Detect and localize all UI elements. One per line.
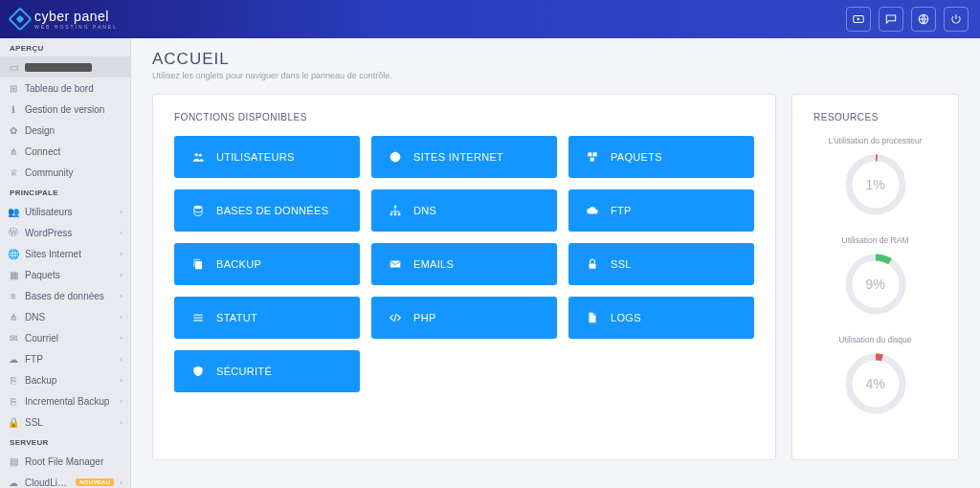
sidebar-item-icon: ⎘ — [8, 374, 19, 386]
sidebar-item[interactable]: 🌐Sites Internet› — [0, 243, 130, 264]
sidebar-item-icon: ▤ — [8, 455, 19, 467]
function-tile[interactable]: EMAILS — [371, 243, 557, 285]
sidebar-item[interactable]: ☁CloudLinuxNOUVEAU› — [0, 472, 130, 488]
sidebar-item[interactable]: 🔒SSL› — [0, 411, 130, 433]
sidebar-item-label: Community — [25, 167, 122, 178]
brand-mark-icon — [8, 7, 32, 31]
resource-gauge: L'utilisation du processeur1% — [813, 136, 937, 218]
resource-donut: 9% — [842, 251, 909, 318]
sidebar-item[interactable]: ⎘Incremental Backup› — [0, 390, 130, 411]
youtube-icon[interactable] — [846, 7, 871, 32]
function-tile-label: BASES DE DONNÉES — [216, 205, 328, 216]
sidebar-item[interactable]: ♕Community — [0, 162, 130, 183]
chevron-right-icon: › — [120, 334, 122, 343]
page-title: ACCUEIL — [152, 50, 959, 69]
resource-label: Utilisation du disque — [813, 335, 937, 344]
brand-tagline: WEB HOSTING PANEL — [34, 25, 118, 30]
sidebar-item[interactable]: ⋔DNS› — [0, 306, 130, 327]
code-icon — [389, 311, 402, 324]
sidebar-item[interactable]: ⋔Connect — [0, 141, 130, 162]
function-tile[interactable]: SÉCURITÉ — [174, 350, 360, 392]
resource-percent: 4% — [842, 350, 909, 417]
resources-panel: RESOURCES L'utilisation du processeur1%U… — [791, 94, 959, 460]
function-tile-label: SÉCURITÉ — [216, 366, 272, 377]
svg-rect-14 — [390, 261, 401, 268]
sidebar-item[interactable]: ⎘Backup› — [0, 369, 130, 390]
sidebar-item[interactable]: ▭ — [0, 56, 130, 78]
sidebar-item[interactable]: ℹGestion de version — [0, 99, 130, 120]
svg-point-8 — [194, 206, 202, 210]
sidebar-item[interactable]: ⓌWordPress› — [0, 222, 130, 243]
sidebar-item-icon: ≡ — [8, 290, 19, 301]
function-tile[interactable]: PHP — [371, 297, 557, 339]
sidebar-section-heading: PRINCIPALE — [0, 183, 130, 201]
brand-logo[interactable]: cyber panel WEB HOSTING PANEL — [11, 10, 118, 30]
svg-rect-10 — [390, 213, 392, 215]
svg-rect-9 — [394, 206, 396, 208]
function-tile-label: SITES INTERNET — [413, 151, 503, 163]
sidebar-item-badge: NOUVEAU — [76, 478, 114, 486]
svg-rect-16 — [193, 315, 202, 316]
bars-icon — [191, 311, 205, 324]
sidebar-item-icon: ⎘ — [8, 395, 19, 407]
chevron-right-icon: › — [120, 376, 122, 385]
database-icon — [191, 204, 205, 217]
svg-rect-7 — [590, 158, 594, 162]
svg-rect-12 — [398, 213, 400, 215]
topbar-actions — [846, 7, 969, 32]
function-tile[interactable]: PAQUETS — [568, 136, 754, 178]
function-tile-label: UTILISATEURS — [216, 151, 295, 163]
function-tile-label: EMAILS — [413, 258, 454, 270]
file-icon — [586, 311, 599, 324]
mail-icon — [389, 257, 402, 271]
power-icon[interactable] — [944, 7, 969, 32]
sidebar-item[interactable]: ▤Root File Manager — [0, 451, 130, 472]
sidebar-item-label: Utilisateurs — [25, 207, 114, 217]
sidebar-item-icon: 🔒 — [8, 416, 19, 428]
sidebar-item-label: Tableau de bord — [25, 83, 122, 94]
sidebar-item-label: Connect — [25, 146, 122, 157]
sidebar-item-icon: Ⓦ — [8, 227, 19, 238]
function-tile[interactable]: BASES DE DONNÉES — [174, 189, 360, 232]
svg-rect-11 — [394, 213, 396, 215]
function-tile[interactable]: LOGS — [568, 297, 754, 339]
sidebar-item-label: Gestion de version — [25, 104, 122, 115]
brand-name-wrap: cyber panel WEB HOSTING PANEL — [34, 10, 118, 30]
function-tile[interactable]: DNS — [371, 189, 557, 232]
function-tile[interactable]: SITES INTERNET — [371, 136, 557, 178]
chevron-right-icon: › — [120, 271, 122, 279]
chevron-right-icon: › — [120, 250, 122, 258]
function-tile-label: PAQUETS — [611, 151, 662, 163]
boxes-icon — [586, 150, 599, 164]
globe-icon[interactable] — [911, 7, 936, 32]
function-tile[interactable]: BACKUP — [174, 243, 360, 285]
chevron-right-icon: › — [120, 292, 122, 300]
svg-point-2 — [195, 153, 199, 157]
sidebar-item[interactable]: ✿Design — [0, 120, 130, 141]
function-tile[interactable]: STATUT — [174, 297, 360, 339]
svg-rect-6 — [593, 152, 597, 156]
function-tile-label: FTP — [611, 205, 632, 216]
sidebar-item-label: FTP — [25, 354, 114, 365]
function-tile[interactable]: SSL — [568, 243, 754, 285]
chevron-right-icon: › — [120, 313, 122, 322]
sidebar-item[interactable]: ✉Courriel› — [0, 327, 130, 348]
sidebar-item[interactable]: ☁FTP› — [0, 348, 130, 369]
sidebar-item[interactable]: ≡Bases de données› — [0, 285, 130, 306]
function-tile[interactable]: UTILISATEURS — [174, 136, 360, 178]
function-tile[interactable]: FTP — [568, 189, 754, 232]
sidebar-item-icon: ℹ — [8, 103, 19, 115]
sidebar-item[interactable]: 👥Utilisateurs› — [0, 201, 130, 222]
sidebar-item-icon: ☁ — [8, 353, 19, 365]
sidebar-item[interactable]: ▦Paquets› — [0, 264, 130, 285]
chat-icon[interactable] — [879, 7, 903, 32]
resources-list: L'utilisation du processeur1%Utilisation… — [813, 136, 937, 417]
sidebar-item-label: Bases de données — [25, 291, 114, 301]
resource-percent: 9% — [842, 251, 909, 318]
sidebar-item[interactable]: ⊞Tableau de bord — [0, 78, 130, 99]
chevron-right-icon: › — [120, 208, 122, 216]
svg-rect-18 — [193, 320, 202, 321]
sidebar-item-icon: ▭ — [8, 61, 19, 73]
sidebar-item-label: DNS — [25, 312, 114, 322]
function-tile-label: SSL — [611, 258, 632, 270]
